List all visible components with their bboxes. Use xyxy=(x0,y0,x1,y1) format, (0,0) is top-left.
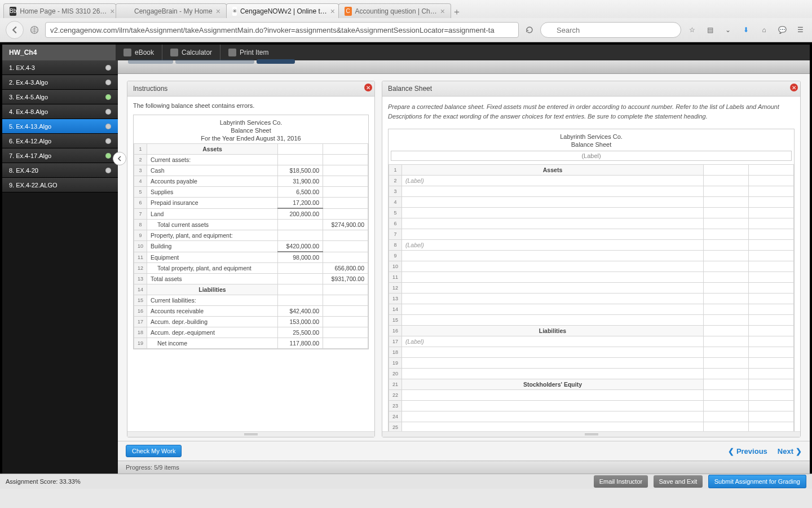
amount-cell[interactable] xyxy=(704,347,749,358)
panel-resize-handle[interactable] xyxy=(127,431,374,437)
close-tab-button[interactable]: × xyxy=(110,7,114,16)
amount-cell[interactable] xyxy=(749,218,794,229)
amount-cell[interactable] xyxy=(704,401,749,411)
email-instructor-button[interactable]: Email Instructor xyxy=(594,475,648,488)
amount-cell[interactable] xyxy=(704,197,749,208)
amount-cell[interactable] xyxy=(704,379,749,390)
search-input[interactable] xyxy=(540,22,681,38)
amount-cell[interactable] xyxy=(749,294,794,304)
amount-cell[interactable] xyxy=(749,379,794,390)
browser-tab[interactable]: CAccounting question | Ch…× xyxy=(338,3,451,18)
amount-cell[interactable] xyxy=(704,218,749,229)
amount-cell[interactable] xyxy=(704,315,749,326)
browser-tab[interactable]: ✳CengageNOWv2 | Online t…× xyxy=(226,3,339,18)
clipboard-icon[interactable]: ▤ xyxy=(704,24,716,36)
sidebar-item[interactable]: 8. EX.4-20 xyxy=(2,163,118,178)
amount-cell[interactable] xyxy=(749,240,794,251)
worksheet-cell[interactable] xyxy=(402,390,704,401)
amount-cell[interactable] xyxy=(749,229,794,240)
amount-cell[interactable] xyxy=(704,294,749,304)
close-tab-button[interactable]: × xyxy=(440,7,445,16)
worksheet-cell[interactable] xyxy=(402,272,704,283)
worksheet-cell[interactable] xyxy=(402,261,704,272)
amount-cell[interactable] xyxy=(704,422,749,432)
tool-button[interactable]: Calculator xyxy=(162,45,220,60)
worksheet-cell[interactable] xyxy=(402,422,704,432)
tool-button[interactable]: Print Item xyxy=(220,45,276,60)
label-input-cell[interactable]: (Label) xyxy=(402,240,704,251)
new-tab-button[interactable]: ＋ xyxy=(451,6,463,18)
amount-cell[interactable] xyxy=(749,347,794,358)
close-tab-button[interactable]: × xyxy=(216,7,220,16)
amount-cell[interactable] xyxy=(749,272,794,283)
tool-button[interactable]: eBook xyxy=(115,45,162,60)
sidebar-item[interactable]: 1. EX.4-3 xyxy=(2,60,118,75)
check-my-work-button[interactable]: Check My Work xyxy=(126,445,182,457)
label-input-cell[interactable]: (Label) xyxy=(402,176,704,186)
worksheet-cell[interactable] xyxy=(402,197,704,208)
statement-date-input[interactable] xyxy=(391,151,792,161)
label-input-cell[interactable]: (Label) xyxy=(402,336,704,347)
sidebar-item[interactable]: 3. Ex.4-5.Algo xyxy=(2,90,118,104)
sidebar-item[interactable]: 6. Ex.4-12.Algo xyxy=(2,134,118,148)
amount-cell[interactable] xyxy=(749,261,794,272)
amount-cell[interactable] xyxy=(749,401,794,411)
amount-cell[interactable] xyxy=(749,358,794,369)
star-icon[interactable]: ☆ xyxy=(686,24,698,36)
amount-cell[interactable] xyxy=(704,229,749,240)
previous-link[interactable]: ❮ Previous xyxy=(728,447,767,456)
worksheet-cell[interactable] xyxy=(402,208,704,218)
amount-cell[interactable] xyxy=(749,304,794,315)
pocket-icon[interactable]: ⌄ xyxy=(722,24,734,36)
worksheet-cell[interactable] xyxy=(402,229,704,240)
worksheet-cell[interactable] xyxy=(402,218,704,229)
sub-tab[interactable] xyxy=(257,59,295,64)
amount-cell[interactable] xyxy=(749,390,794,401)
worksheet-cell[interactable] xyxy=(402,304,704,315)
amount-cell[interactable] xyxy=(704,208,749,218)
amount-cell[interactable] xyxy=(704,390,749,401)
sidebar-item[interactable]: 9. EX.4-22.ALGO xyxy=(2,178,118,192)
sidebar-item[interactable]: 5. Ex.4-13.Algo xyxy=(2,119,118,134)
menu-icon[interactable]: ☰ xyxy=(794,24,806,36)
close-tab-button[interactable]: × xyxy=(330,7,335,16)
worksheet-cell[interactable] xyxy=(402,251,704,261)
amount-cell[interactable] xyxy=(704,272,749,283)
amount-cell[interactable] xyxy=(704,304,749,315)
panel-resize-handle[interactable] xyxy=(382,431,800,437)
amount-cell[interactable] xyxy=(704,165,749,176)
submit-assignment-button[interactable]: Submit Assignment for Grading xyxy=(708,475,806,488)
amount-cell[interactable] xyxy=(749,197,794,208)
download-icon[interactable]: ⬇ xyxy=(740,24,752,36)
back-button[interactable] xyxy=(6,21,24,39)
sub-tab[interactable] xyxy=(128,59,173,64)
amount-cell[interactable] xyxy=(749,336,794,347)
amount-cell[interactable] xyxy=(749,208,794,218)
worksheet-cell[interactable] xyxy=(402,358,704,369)
amount-cell[interactable] xyxy=(704,411,749,422)
sidebar-item[interactable]: 4. Ex.4-8.Algo xyxy=(2,104,118,119)
collapse-sidebar-button[interactable] xyxy=(113,152,126,165)
amount-cell[interactable] xyxy=(704,240,749,251)
browser-tab[interactable]: BbHome Page - MIS 3310 26…× xyxy=(3,3,116,18)
amount-cell[interactable] xyxy=(749,283,794,294)
amount-cell[interactable] xyxy=(749,251,794,261)
amount-cell[interactable] xyxy=(749,176,794,186)
amount-cell[interactable] xyxy=(749,369,794,379)
worksheet-cell[interactable] xyxy=(402,294,704,304)
save-exit-button[interactable]: Save and Exit xyxy=(654,475,703,488)
home-icon[interactable]: ⌂ xyxy=(758,24,770,36)
chat-icon[interactable]: 💬 xyxy=(776,24,788,36)
amount-cell[interactable] xyxy=(704,283,749,294)
amount-cell[interactable] xyxy=(704,369,749,379)
sub-tab[interactable] xyxy=(175,59,254,64)
sidebar-item[interactable]: 2. Ex.4-3.Algo xyxy=(2,75,118,90)
amount-cell[interactable] xyxy=(704,176,749,186)
amount-cell[interactable] xyxy=(749,422,794,432)
amount-cell[interactable] xyxy=(749,411,794,422)
amount-cell[interactable] xyxy=(704,336,749,347)
worksheet-cell[interactable] xyxy=(402,411,704,422)
worksheet-cell[interactable] xyxy=(402,315,704,326)
sidebar-item[interactable]: 7. Ex.4-17.Algo xyxy=(2,148,118,163)
close-panel-button[interactable]: ✕ xyxy=(790,84,798,91)
